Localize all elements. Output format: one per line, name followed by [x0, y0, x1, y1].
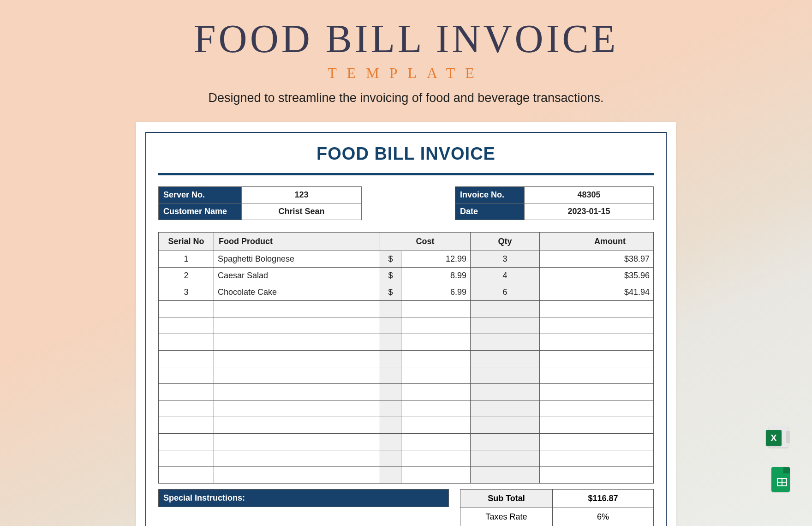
- cell-qty: [471, 450, 540, 467]
- cell-product: [214, 417, 380, 434]
- cell-qty: 4: [471, 268, 540, 284]
- cell-cost: [401, 434, 471, 450]
- cell-cost: [401, 400, 471, 417]
- cell-currency: $: [380, 284, 401, 301]
- cell-cost: [401, 351, 471, 367]
- cell-amount: [540, 334, 654, 351]
- cell-serial: [159, 384, 214, 400]
- cell-serial: [159, 400, 214, 417]
- cell-cost: [401, 384, 471, 400]
- document-page: FOOD BILL INVOICE Server No. 123 Custome…: [136, 122, 676, 526]
- hero-description: Designed to streamline the invoicing of …: [0, 91, 812, 105]
- cell-cost: 6.99: [401, 284, 471, 301]
- cell-cost: [401, 301, 471, 317]
- cell-serial: [159, 351, 214, 367]
- cell-currency: [380, 467, 401, 484]
- totals-table: Sub Total $116.87 Taxes Rate 6%: [460, 489, 654, 526]
- cell-amount: [540, 434, 654, 450]
- cell-amount: [540, 351, 654, 367]
- hero-title: FOOD BILL INVOICE: [0, 16, 812, 62]
- hero-subtitle: TEMPLATE: [0, 65, 812, 82]
- table-row: [159, 334, 654, 351]
- table-row: [159, 317, 654, 334]
- cell-amount: $38.97: [540, 251, 654, 268]
- cell-product: [214, 301, 380, 317]
- invoice-document: FOOD BILL INVOICE Server No. 123 Custome…: [145, 132, 667, 526]
- cell-currency: $: [380, 268, 401, 284]
- customer-name-label: Customer Name: [159, 203, 242, 220]
- cell-qty: 6: [471, 284, 540, 301]
- cell-currency: $: [380, 251, 401, 268]
- cell-product: Chocolate Cake: [214, 284, 380, 301]
- document-title: FOOD BILL INVOICE: [158, 144, 654, 164]
- cell-product: [214, 400, 380, 417]
- table-row: [159, 400, 654, 417]
- title-rule: [158, 173, 654, 175]
- cell-serial: [159, 467, 214, 484]
- cell-amount: $35.96: [540, 268, 654, 284]
- cell-product: [214, 384, 380, 400]
- cell-product: [214, 467, 380, 484]
- google-sheets-icon[interactable]: [769, 467, 795, 494]
- cell-amount: [540, 367, 654, 384]
- cell-cost: [401, 467, 471, 484]
- cell-product: Spaghetti Bolognese: [214, 251, 380, 268]
- meta-table-right: Invoice No. 48305 Date 2023-01-15: [455, 186, 654, 220]
- date-label: Date: [455, 203, 525, 220]
- customer-name-value: Christ Sean: [242, 203, 362, 220]
- cell-serial: [159, 334, 214, 351]
- server-no-label: Server No.: [159, 187, 242, 203]
- table-row: [159, 467, 654, 484]
- table-row: 2Caesar Salad$8.994$35.96: [159, 268, 654, 284]
- cell-amount: [540, 384, 654, 400]
- cell-product: [214, 367, 380, 384]
- tax-rate-value: 6%: [553, 508, 654, 526]
- cell-serial: [159, 450, 214, 467]
- cell-qty: [471, 317, 540, 334]
- cell-amount: [540, 317, 654, 334]
- cell-cost: [401, 317, 471, 334]
- invoice-no-label: Invoice No.: [455, 187, 525, 203]
- meta-row: Server No. 123 Customer Name Christ Sean…: [158, 186, 654, 220]
- cell-amount: [540, 417, 654, 434]
- subtotal-value: $116.87: [553, 490, 654, 508]
- cell-currency: [380, 384, 401, 400]
- cell-qty: 3: [471, 251, 540, 268]
- cell-qty: [471, 467, 540, 484]
- cell-amount: [540, 467, 654, 484]
- cell-amount: [540, 400, 654, 417]
- cell-currency: [380, 400, 401, 417]
- hero: FOOD BILL INVOICE TEMPLATE Designed to s…: [0, 0, 812, 105]
- cell-qty: [471, 384, 540, 400]
- cell-currency: [380, 301, 401, 317]
- subtotal-label: Sub Total: [460, 490, 553, 508]
- cell-currency: [380, 417, 401, 434]
- cell-currency: [380, 434, 401, 450]
- excel-icon[interactable]: X: [769, 424, 795, 450]
- date-value: 2023-01-15: [525, 203, 654, 220]
- col-qty: Qty: [471, 233, 540, 251]
- cell-qty: [471, 400, 540, 417]
- cell-currency: [380, 450, 401, 467]
- cell-qty: [471, 367, 540, 384]
- table-row: [159, 384, 654, 400]
- cell-cost: [401, 334, 471, 351]
- cell-product: [214, 334, 380, 351]
- col-amount: Amount: [540, 233, 654, 251]
- cell-serial: [159, 301, 214, 317]
- cell-serial: 2: [159, 268, 214, 284]
- items-table: Serial No Food Product Cost Qty Amount 1…: [158, 232, 654, 484]
- cell-serial: [159, 317, 214, 334]
- table-row: [159, 351, 654, 367]
- invoice-no-value: 48305: [525, 187, 654, 203]
- cell-cost: [401, 450, 471, 467]
- table-row: [159, 450, 654, 467]
- cell-product: Caesar Salad: [214, 268, 380, 284]
- cell-serial: [159, 417, 214, 434]
- cell-qty: [471, 417, 540, 434]
- col-cost: Cost: [380, 233, 471, 251]
- cell-currency: [380, 334, 401, 351]
- cell-qty: [471, 434, 540, 450]
- cell-amount: $41.94: [540, 284, 654, 301]
- items-header-row: Serial No Food Product Cost Qty Amount: [159, 233, 654, 251]
